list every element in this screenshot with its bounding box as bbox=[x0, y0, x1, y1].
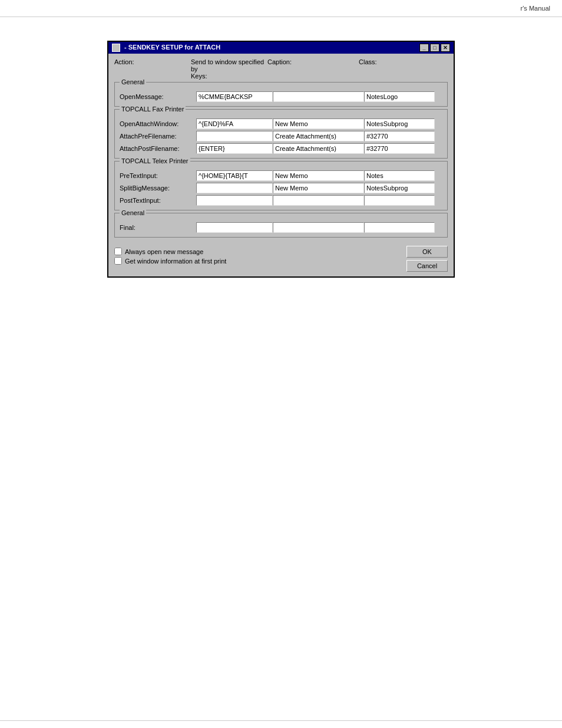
dialog-titlebar: - SENDKEY SETUP for ATTACH _ □ ✕ bbox=[108, 42, 454, 54]
telex-printer-rows: PreTextInput: SplitBigMessage: bbox=[120, 164, 442, 206]
always-open-new-message-checkbox[interactable] bbox=[114, 248, 122, 255]
bottom-section: Always open new message Get window infor… bbox=[114, 246, 448, 272]
get-window-info-label: Get window information at first print bbox=[125, 258, 226, 265]
open-attach-window-class-input[interactable] bbox=[364, 118, 435, 129]
open-message-caption-input[interactable] bbox=[273, 91, 364, 102]
pre-text-input-label: PreTextInput: bbox=[120, 172, 196, 179]
dialog-buttons: OK Cancel bbox=[406, 246, 448, 272]
open-message-keys-input[interactable] bbox=[196, 91, 273, 102]
ok-button[interactable]: OK bbox=[406, 246, 448, 258]
open-attach-window-caption-input[interactable] bbox=[273, 118, 364, 129]
open-attach-window-row: OpenAttachWindow: bbox=[120, 118, 442, 129]
header-text: r's Manual bbox=[521, 5, 550, 12]
minimize-button[interactable]: _ bbox=[419, 44, 429, 52]
always-open-new-message-label: Always open new message bbox=[125, 248, 203, 255]
pre-text-caption-cell bbox=[273, 170, 364, 181]
general-bottom-rows: Final: bbox=[120, 216, 442, 233]
page-header: r's Manual bbox=[0, 0, 562, 17]
pre-text-keys-cell bbox=[196, 170, 273, 181]
maximize-button[interactable]: □ bbox=[430, 44, 439, 52]
attach-post-filename-row: AttachPostFilename: bbox=[120, 143, 442, 154]
split-big-message-label: SplitBigMessage: bbox=[120, 185, 196, 192]
fax-printer-legend: TOPCALL Fax Printer bbox=[120, 106, 186, 113]
dialog-window: - SENDKEY SETUP for ATTACH _ □ ✕ Action:… bbox=[107, 41, 455, 278]
checkboxes-col: Always open new message Get window infor… bbox=[114, 246, 401, 266]
split-big-keys-cell bbox=[196, 183, 273, 193]
post-text-input-label: PostTextInput: bbox=[120, 197, 196, 204]
attach-post-keys-cell bbox=[196, 143, 273, 154]
attach-post-caption-input[interactable] bbox=[273, 143, 364, 154]
open-message-class-cell bbox=[364, 91, 435, 102]
split-big-class-input[interactable] bbox=[364, 183, 435, 193]
app-icon bbox=[112, 44, 120, 52]
general-bottom-group: General Final: bbox=[114, 213, 448, 238]
split-big-message-row: SplitBigMessage: bbox=[120, 183, 442, 193]
pre-text-input-row: PreTextInput: bbox=[120, 170, 442, 181]
open-message-caption-cell bbox=[273, 91, 364, 102]
close-button[interactable]: ✕ bbox=[441, 44, 450, 52]
fax-printer-rows: OpenAttachWindow: AttachPreFilen bbox=[120, 112, 442, 154]
split-big-class-cell bbox=[364, 183, 435, 193]
get-window-info-checkbox[interactable] bbox=[114, 257, 122, 265]
telex-printer-legend: TOPCALL Telex Printer bbox=[120, 157, 190, 164]
attach-post-class-cell bbox=[364, 143, 435, 154]
attach-pre-class-input[interactable] bbox=[364, 131, 435, 141]
attach-pre-keys-input[interactable] bbox=[196, 131, 273, 141]
open-message-row: OpenMessage: bbox=[120, 91, 442, 102]
final-label: Final: bbox=[120, 224, 196, 231]
general-top-rows: OpenMessage: bbox=[120, 85, 442, 102]
open-attach-window-caption-cell bbox=[273, 118, 364, 129]
attach-post-caption-cell bbox=[273, 143, 364, 154]
open-message-keys-cell bbox=[196, 91, 273, 102]
attach-post-filename-label: AttachPostFilename: bbox=[120, 145, 196, 152]
cancel-button[interactable]: Cancel bbox=[406, 260, 448, 272]
attach-pre-keys-cell bbox=[196, 131, 273, 141]
open-attach-window-keys-input[interactable] bbox=[196, 118, 273, 129]
class-col-header: Class: bbox=[359, 58, 429, 80]
fax-printer-group: TOPCALL Fax Printer OpenAttachWindow: bbox=[114, 109, 448, 159]
open-message-class-input[interactable] bbox=[364, 91, 435, 102]
final-class-input[interactable] bbox=[364, 222, 435, 233]
titlebar-buttons[interactable]: _ □ ✕ bbox=[419, 44, 450, 52]
post-text-class-input[interactable] bbox=[364, 195, 435, 206]
post-text-keys-input[interactable] bbox=[196, 195, 273, 206]
final-row: Final: bbox=[120, 222, 442, 233]
page-footer bbox=[0, 720, 562, 728]
general-bottom-legend: General bbox=[120, 209, 146, 216]
attach-pre-class-cell bbox=[364, 131, 435, 141]
split-big-caption-input[interactable] bbox=[273, 183, 364, 193]
post-text-caption-cell bbox=[273, 195, 364, 206]
final-keys-input[interactable] bbox=[196, 222, 273, 233]
open-attach-window-keys-cell bbox=[196, 118, 273, 129]
open-attach-window-label: OpenAttachWindow: bbox=[120, 120, 196, 127]
final-caption-cell bbox=[273, 222, 364, 233]
split-big-caption-cell bbox=[273, 183, 364, 193]
dialog-title: - SENDKEY SETUP for ATTACH bbox=[112, 44, 220, 52]
action-col-header: Action: bbox=[114, 58, 191, 80]
post-text-input-row: PostTextInput: bbox=[120, 195, 442, 206]
caption-col-header: Caption: bbox=[267, 58, 359, 80]
page-body: - SENDKEY SETUP for ATTACH _ □ ✕ Action:… bbox=[0, 17, 562, 301]
attach-post-keys-input[interactable] bbox=[196, 143, 273, 154]
open-attach-window-class-cell bbox=[364, 118, 435, 129]
final-class-cell bbox=[364, 222, 435, 233]
post-text-caption-input[interactable] bbox=[273, 195, 364, 206]
post-text-class-cell bbox=[364, 195, 435, 206]
final-keys-cell bbox=[196, 222, 273, 233]
post-text-keys-cell bbox=[196, 195, 273, 206]
get-window-info-row: Get window information at first print bbox=[114, 257, 401, 265]
attach-pre-caption-input[interactable] bbox=[273, 131, 364, 141]
general-top-legend: General bbox=[120, 78, 146, 85]
pre-text-keys-input[interactable] bbox=[196, 170, 273, 181]
open-message-label: OpenMessage: bbox=[120, 93, 196, 100]
attach-pre-caption-cell bbox=[273, 131, 364, 141]
split-big-keys-input[interactable] bbox=[196, 183, 273, 193]
attach-pre-filename-label: AttachPreFilename: bbox=[120, 133, 196, 140]
always-open-new-message-row: Always open new message bbox=[114, 248, 401, 255]
pre-text-class-input[interactable] bbox=[364, 170, 435, 181]
column-headers: Action: Send to window specified by Keys… bbox=[114, 58, 448, 80]
dialog-content: Action: Send to window specified by Keys… bbox=[108, 54, 454, 276]
final-caption-input[interactable] bbox=[273, 222, 364, 233]
pre-text-caption-input[interactable] bbox=[273, 170, 364, 181]
attach-post-class-input[interactable] bbox=[364, 143, 435, 154]
